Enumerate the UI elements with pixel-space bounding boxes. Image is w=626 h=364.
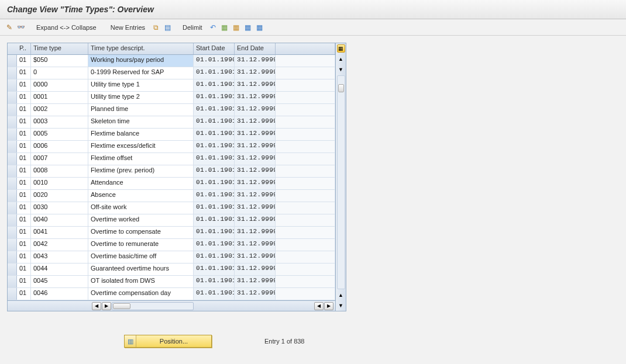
row-selector[interactable] [8,214,17,226]
row-selector[interactable] [8,276,17,287]
vscroll-track[interactable] [337,75,345,289]
toggle-change-icon[interactable] [5,23,14,32]
table-row[interactable]: 010046Overtime compensation day01.01.190… [8,288,335,300]
cell-p[interactable]: 01 [17,288,31,300]
cell-start-date[interactable]: 01.01.1901 [194,202,235,214]
cell-start-date[interactable]: 01.01.1901 [194,92,235,103]
cell-start-date[interactable]: 01.01.1901 [194,239,235,251]
col-header-descript[interactable]: Time type descript. [88,43,194,54]
cell-end-date[interactable]: 31.12.9999 [235,202,276,214]
row-selector[interactable] [8,288,17,300]
col-header-time-type[interactable]: Time type [31,43,88,54]
cell-time-type[interactable]: 0006 [31,141,88,152]
row-selector[interactable] [8,227,17,238]
row-selector[interactable] [8,104,17,116]
cell-start-date[interactable]: 01.01.1901 [194,165,235,177]
cell-time-type[interactable]: 0040 [31,214,88,226]
cell-start-date[interactable]: 01.01.1901 [194,67,235,79]
display-icon[interactable] [16,23,26,32]
cell-end-date[interactable]: 31.12.9999 [235,55,276,67]
row-selector[interactable] [8,178,17,189]
cell-start-date[interactable]: 01.01.1901 [194,264,235,275]
cell-end-date[interactable]: 31.12.9999 [235,227,276,238]
cell-time-type[interactable]: 0044 [31,264,88,275]
row-selector[interactable] [8,67,17,79]
delete-icon[interactable] [163,23,172,32]
col-header-start-date[interactable]: Start Date [194,43,235,54]
row-selector[interactable] [8,79,17,91]
cell-time-type[interactable]: 0003 [31,116,88,128]
cell-descript[interactable]: Utility time type 1 [88,79,194,91]
cell-descript[interactable]: Absence [88,190,194,202]
cell-p[interactable]: 01 [17,276,31,287]
table-row[interactable]: 010010Attendance01.01.190131.12.9999 [8,178,335,190]
table-row[interactable]: 010042Overtime to remunerate01.01.190131… [8,239,335,251]
cell-p[interactable]: 01 [17,55,31,67]
cell-end-date[interactable]: 31.12.9999 [235,104,276,116]
row-selector[interactable] [8,116,17,128]
cell-end-date[interactable]: 31.12.9999 [235,92,276,103]
cell-p[interactable]: 01 [17,239,31,251]
cell-p[interactable]: 01 [17,251,31,263]
table-row[interactable]: 010043Overtime basic/time off01.01.19013… [8,251,335,264]
row-selector[interactable] [8,264,17,275]
cell-descript[interactable]: OT isolated from DWS [88,276,194,287]
cell-end-date[interactable]: 31.12.9999 [235,116,276,128]
cell-end-date[interactable]: 31.12.9999 [235,276,276,287]
cell-time-type[interactable]: 0046 [31,288,88,300]
table-row[interactable]: 010007Flextime offset01.01.190131.12.999… [8,153,335,165]
row-selector[interactable] [8,190,17,202]
expand-collapse-button[interactable]: Expand <-> Collapse [33,23,100,32]
cell-descript[interactable]: Flextime excess/deficit [88,141,194,152]
hscroll-left-icon[interactable]: ◀ [92,302,101,310]
cell-p[interactable]: 01 [17,67,31,79]
cell-end-date[interactable]: 31.12.9999 [235,264,276,275]
cell-start-date[interactable]: 01.01.1901 [194,190,235,202]
cell-p[interactable]: 01 [17,141,31,152]
select-block-icon[interactable] [232,23,241,32]
row-selector[interactable] [8,165,17,177]
cell-descript[interactable]: Working hours/pay period [88,55,194,67]
row-selector[interactable] [8,239,17,251]
cell-start-date[interactable]: 01.01.1901 [194,276,235,287]
table-row[interactable]: 010000Utility time type 101.01.190131.12… [8,79,335,92]
hscroll-left2-icon[interactable]: ◀ [314,302,324,310]
cell-descript[interactable]: Flextime balance [88,129,194,140]
cell-descript[interactable]: Flextime offset [88,153,194,165]
table-row[interactable]: 010006Flextime excess/deficit01.01.19013… [8,141,335,153]
cell-p[interactable]: 01 [17,116,31,128]
row-selector[interactable] [8,202,17,214]
table-row[interactable]: 010008Flextime (prev. period)01.01.19013… [8,165,335,178]
cell-p[interactable]: 01 [17,227,31,238]
cell-end-date[interactable]: 31.12.9999 [235,141,276,152]
hscroll-thumb[interactable] [113,303,130,309]
row-selector-header[interactable] [8,43,17,54]
cell-end-date[interactable]: 31.12.9999 [235,79,276,91]
cell-time-type[interactable]: 0000 [31,79,88,91]
vscroll-down-icon[interactable]: ▼ [337,65,345,74]
col-header-end-date[interactable]: End Date [235,43,276,54]
table-row[interactable]: 010044Guaranteed overtime hours01.01.190… [8,264,335,276]
table-row[interactable]: 0100-1999 Reserved for SAP01.01.190131.1… [8,67,335,79]
cell-end-date[interactable]: 31.12.9999 [235,153,276,165]
cell-time-type[interactable]: 0041 [31,227,88,238]
table-row[interactable]: 010001Utility time type 201.01.190131.12… [8,92,335,104]
table-row[interactable]: 010020Absence01.01.190131.12.9999 [8,190,335,202]
row-selector[interactable] [8,129,17,140]
cell-start-date[interactable]: 01.01.1901 [194,116,235,128]
cell-time-type[interactable]: $050 [31,55,88,67]
cell-start-date[interactable]: 01.01.1901 [194,214,235,226]
vscroll-down2-icon[interactable]: ▼ [337,301,345,310]
cell-descript[interactable]: Attendance [88,178,194,189]
cell-p[interactable]: 01 [17,153,31,165]
cell-p[interactable]: 01 [17,214,31,226]
cell-start-date[interactable]: 01.01.1901 [194,79,235,91]
cell-time-type[interactable]: 0005 [31,129,88,140]
table-row[interactable]: 010002Planned time01.01.190131.12.9999 [8,104,335,116]
cell-end-date[interactable]: 31.12.9999 [235,190,276,202]
cell-p[interactable]: 01 [17,92,31,103]
position-button[interactable]: Position... [124,335,212,348]
cell-time-type[interactable]: 0007 [31,153,88,165]
row-selector[interactable] [8,141,17,152]
cell-p[interactable]: 01 [17,178,31,189]
